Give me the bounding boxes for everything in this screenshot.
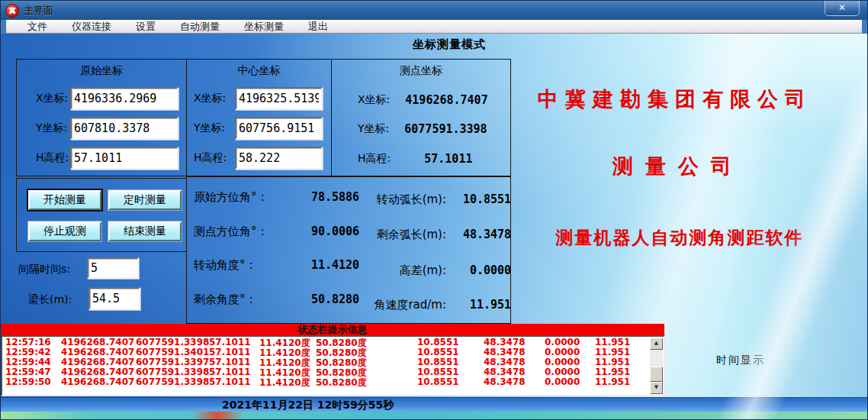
menu-item-coord-measure[interactable]: 坐标测量 <box>244 20 284 34</box>
status-cell: 48.3478 <box>484 347 545 357</box>
status-cell: 57.1011 <box>209 357 259 367</box>
status-cell: 4196268.7407 <box>61 367 136 377</box>
menu-item-file[interactable]: 文件 <box>27 20 47 34</box>
mode-heading: 坐标测量模式 <box>335 37 564 52</box>
interval-label: 间隔时间s: <box>18 263 70 276</box>
center-y-label: Y坐标: <box>194 121 225 135</box>
menu-item-auto-measure[interactable]: 自动测量 <box>180 20 220 34</box>
center-h-input[interactable] <box>235 147 323 170</box>
date-bar: 2021年11月22日 12时59分55秒 <box>1 397 868 412</box>
interval-input[interactable] <box>87 257 139 279</box>
status-cell: 12:57:16 <box>5 337 61 347</box>
point-azimuth-label: 测点方位角°： <box>194 225 290 239</box>
status-cell: 57.1011 <box>209 347 259 357</box>
beam-length-input[interactable] <box>88 287 140 310</box>
menu-item-instrument-connect[interactable]: 仪器连接 <box>72 20 111 34</box>
status-cell: 4196268.7407 <box>61 376 136 387</box>
status-cell: 48.3478 <box>484 376 545 387</box>
status-list[interactable]: 12:57:164196268.74076077591.339857.10111… <box>1 335 665 396</box>
status-cell: 0.0000 <box>545 376 595 387</box>
center-x-label: X坐标: <box>194 92 226 105</box>
status-cell: 6077591.3398 <box>136 376 209 387</box>
status-cell: 48.3478 <box>484 367 545 377</box>
height-diff-label: 高差(m): <box>347 263 446 278</box>
status-cell: 10.8551 <box>417 337 484 347</box>
status-row[interactable]: 12:59:504196268.74076077591.339857.10111… <box>2 376 664 386</box>
status-cell: 0.0000 <box>545 347 595 357</box>
center-h-label: H高程: <box>194 151 227 165</box>
rotation-arc-label: 转动弧长(m): <box>347 192 446 207</box>
height-diff-value: 0.0000 <box>450 263 511 277</box>
scroll-up-icon[interactable]: ▲ <box>650 338 663 350</box>
datetime-text: 2021年11月22日 12时59分55秒 <box>222 399 394 412</box>
menu-bar: 文件 仪器连接 设置 自动测量 坐标测量 退出 <box>6 20 862 34</box>
rotation-angle-label: 转动角度°： <box>194 258 290 273</box>
status-row[interactable]: 12:59:474196268.74076077591.339857.10111… <box>2 367 664 376</box>
beam-length-label: 梁长(m): <box>28 293 72 307</box>
desktop-strip <box>1 412 868 420</box>
timed-measure-button[interactable]: 定时测量 <box>108 190 182 210</box>
status-cell: 11.951 <box>595 367 637 377</box>
app-icon: 冀 <box>5 4 19 18</box>
remaining-arc-value: 48.3478 <box>450 228 511 241</box>
status-cell: 4196268.7407 <box>61 347 136 357</box>
original-x-label: X坐标: <box>36 92 68 105</box>
status-cell: 10.8551 <box>417 367 484 377</box>
status-row[interactable]: 12:59:444196268.74076077591.339757.10111… <box>2 357 664 367</box>
status-cell: 57.1011 <box>209 337 259 347</box>
status-cell: 57.1011 <box>209 367 259 377</box>
status-row[interactable]: 12:59:424196268.74076077591.340157.10111… <box>2 347 664 357</box>
center-x-input[interactable] <box>235 87 323 110</box>
status-scrollbar[interactable]: ▲ ▼ <box>650 338 663 394</box>
status-cell: 6077591.3397 <box>136 357 209 367</box>
remaining-arc-label: 剩余弧长(m): <box>347 228 446 242</box>
status-cell: 48.3478 <box>484 357 545 367</box>
status-cell: 10.8551 <box>417 347 484 357</box>
start-measure-button[interactable]: 开始测量 <box>28 190 101 210</box>
brand-division-line: 测量公司 <box>564 153 792 180</box>
original-coords-panel: 原始坐标 X坐标: Y坐标: H高程: <box>16 59 187 176</box>
status-cell: 11.951 <box>595 376 637 387</box>
status-cell: 11.951 <box>595 337 637 347</box>
original-y-input[interactable] <box>70 117 178 140</box>
scrollbar-thumb[interactable] <box>650 367 663 382</box>
rotation-arc-value: 10.8551 <box>450 192 511 206</box>
panel-title: 原始坐标 <box>17 64 186 78</box>
original-h-label: H高程: <box>36 151 69 165</box>
status-cell: 4196268.7407 <box>61 337 136 347</box>
scroll-down-icon[interactable]: ▼ <box>650 382 663 394</box>
angular-speed-label: 角速度rad/m: <box>347 298 446 312</box>
time-display-label: 时间显示 <box>716 354 765 367</box>
original-y-label: Y坐标: <box>36 121 67 135</box>
point-x-value: 4196268.7407 <box>405 93 487 107</box>
brand-software-line: 测量机器人自动测角测距软件 <box>506 226 854 250</box>
status-cell: 48.3478 <box>484 337 545 347</box>
point-y-label: Y坐标: <box>358 122 389 136</box>
brand-company-line: 中冀建勘集团有限公司 <box>526 86 825 113</box>
status-cell: 6077591.3401 <box>136 347 209 357</box>
center-y-input[interactable] <box>235 117 323 140</box>
status-cell: 4196268.7407 <box>61 357 136 367</box>
menu-item-settings[interactable]: 设置 <box>136 20 156 34</box>
menu-item-exit[interactable]: 退出 <box>308 20 328 34</box>
status-cell: 11.4120度 <box>259 376 316 389</box>
status-cell: 11.951 <box>595 357 637 367</box>
status-rows: 12:57:164196268.74076077591.339857.10111… <box>2 337 664 386</box>
original-x-input[interactable] <box>70 87 178 110</box>
point-coords-panel: 测点坐标 X坐标: 4196268.7407 Y坐标: 6077591.3398… <box>331 59 511 176</box>
original-h-input[interactable] <box>70 147 178 170</box>
status-row[interactable]: 12:57:164196268.74076077591.339857.10111… <box>2 337 664 347</box>
title-bar: 冀 主界面 ✕ <box>1 1 867 20</box>
client-area: 坐标测量模式 原始坐标 X坐标: Y坐标: H高程: 中心坐标 X坐标: <box>1 34 868 420</box>
angular-speed-value: 11.951 <box>450 298 511 312</box>
status-cell: 10.8551 <box>417 376 484 387</box>
status-cell: 12:59:42 <box>5 347 61 357</box>
main-window: 冀 主界面 ✕ 文件 仪器连接 设置 自动测量 坐标测量 退出 坐标测量模式 原… <box>0 0 868 420</box>
close-button[interactable]: ✕ <box>825 1 860 16</box>
status-cell: 57.1011 <box>209 376 259 387</box>
status-cell: 12:59:47 <box>5 367 61 377</box>
status-cell: 12:59:44 <box>5 357 61 367</box>
stop-observe-button[interactable]: 停止观测 <box>28 221 101 241</box>
end-measure-button[interactable]: 结束测量 <box>108 221 182 241</box>
measure-buttons-group: 开始测量 定时测量 停止观测 结束测量 <box>16 178 187 252</box>
